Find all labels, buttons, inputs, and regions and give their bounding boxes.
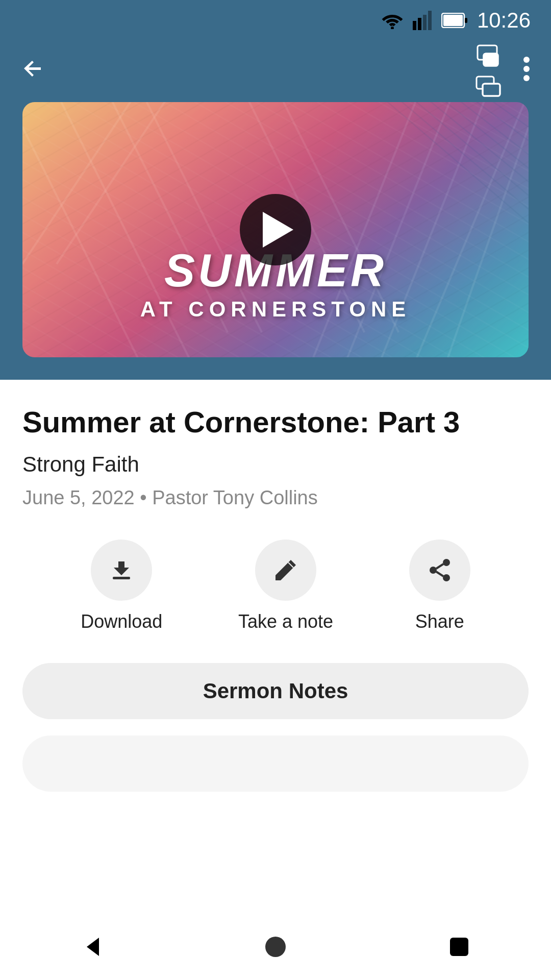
svg-point-43 bbox=[430, 567, 437, 574]
svg-rect-39 bbox=[113, 577, 130, 579]
app-bar-left bbox=[20, 56, 46, 87]
take-note-action[interactable]: Take a note bbox=[238, 540, 333, 632]
svg-marker-46 bbox=[87, 938, 99, 956]
share-circle bbox=[409, 540, 470, 601]
nav-back-icon bbox=[78, 933, 106, 961]
svg-rect-7 bbox=[443, 15, 463, 26]
svg-rect-48 bbox=[450, 938, 468, 956]
svg-point-16 bbox=[523, 75, 530, 81]
share-label: Share bbox=[415, 611, 464, 632]
play-triangle-icon bbox=[263, 212, 293, 248]
content-area: Summer at Cornerstone: Part 3 Strong Fai… bbox=[0, 380, 551, 792]
more-options-button[interactable] bbox=[522, 56, 531, 88]
chat-icon bbox=[475, 43, 502, 70]
svg-rect-12 bbox=[483, 84, 500, 96]
svg-rect-1 bbox=[413, 21, 416, 30]
nav-recent-button[interactable] bbox=[439, 926, 480, 967]
thumbnail-title-line2: AT CORNERSTONE bbox=[22, 297, 529, 322]
svg-rect-3 bbox=[423, 15, 427, 30]
actions-row: Download Take a note bbox=[22, 540, 529, 632]
svg-point-41 bbox=[443, 559, 450, 566]
take-note-label: Take a note bbox=[238, 611, 333, 632]
sermon-notes-button[interactable]: Sermon Notes bbox=[22, 663, 529, 719]
signal-icon bbox=[413, 11, 432, 30]
svg-rect-2 bbox=[418, 18, 421, 30]
app-bar-right bbox=[475, 43, 531, 100]
download-label: Download bbox=[81, 611, 162, 632]
svg-point-14 bbox=[523, 57, 530, 63]
second-pill-button[interactable] bbox=[22, 736, 529, 792]
play-button[interactable] bbox=[240, 194, 311, 265]
status-bar: 10:26 bbox=[0, 0, 551, 41]
share-action[interactable]: Share bbox=[409, 540, 470, 632]
nav-recent-icon bbox=[448, 936, 470, 958]
bottom-nav bbox=[0, 919, 551, 980]
download-circle bbox=[91, 540, 152, 601]
sermon-series: Strong Faith bbox=[22, 452, 529, 477]
svg-point-47 bbox=[265, 937, 286, 957]
pencil-icon bbox=[273, 557, 298, 583]
nav-home-button[interactable] bbox=[255, 926, 296, 967]
chat-button[interactable] bbox=[475, 43, 502, 100]
app-bar bbox=[0, 41, 551, 102]
sermon-title: Summer at Cornerstone: Part 3 bbox=[22, 404, 529, 440]
back-arrow-icon bbox=[20, 56, 46, 81]
svg-point-42 bbox=[443, 574, 450, 581]
nav-back-button[interactable] bbox=[71, 926, 112, 967]
nav-home-icon bbox=[263, 935, 288, 959]
status-icons: 10:26 bbox=[381, 8, 531, 33]
chat-bubbles-icon bbox=[475, 76, 502, 100]
thumbnail-container: SUMMER AT CORNERSTONE bbox=[0, 102, 551, 380]
back-button[interactable] bbox=[20, 56, 46, 87]
battery-icon bbox=[441, 13, 468, 28]
video-thumbnail[interactable]: SUMMER AT CORNERSTONE bbox=[22, 102, 529, 357]
svg-point-15 bbox=[523, 66, 530, 72]
svg-rect-9 bbox=[484, 54, 498, 66]
svg-line-45 bbox=[436, 572, 443, 576]
svg-line-44 bbox=[436, 564, 443, 569]
download-action[interactable]: Download bbox=[81, 540, 162, 632]
download-icon bbox=[109, 557, 134, 583]
svg-rect-4 bbox=[428, 11, 432, 30]
status-time: 10:26 bbox=[477, 8, 531, 33]
share-icon bbox=[427, 557, 453, 583]
svg-point-0 bbox=[391, 27, 394, 29]
take-note-circle bbox=[255, 540, 316, 601]
sermon-meta: June 5, 2022 • Pastor Tony Collins bbox=[22, 487, 529, 509]
more-options-icon bbox=[522, 56, 531, 82]
svg-rect-6 bbox=[465, 18, 467, 23]
sermon-notes-label: Sermon Notes bbox=[203, 679, 348, 703]
wifi-icon bbox=[381, 12, 404, 29]
